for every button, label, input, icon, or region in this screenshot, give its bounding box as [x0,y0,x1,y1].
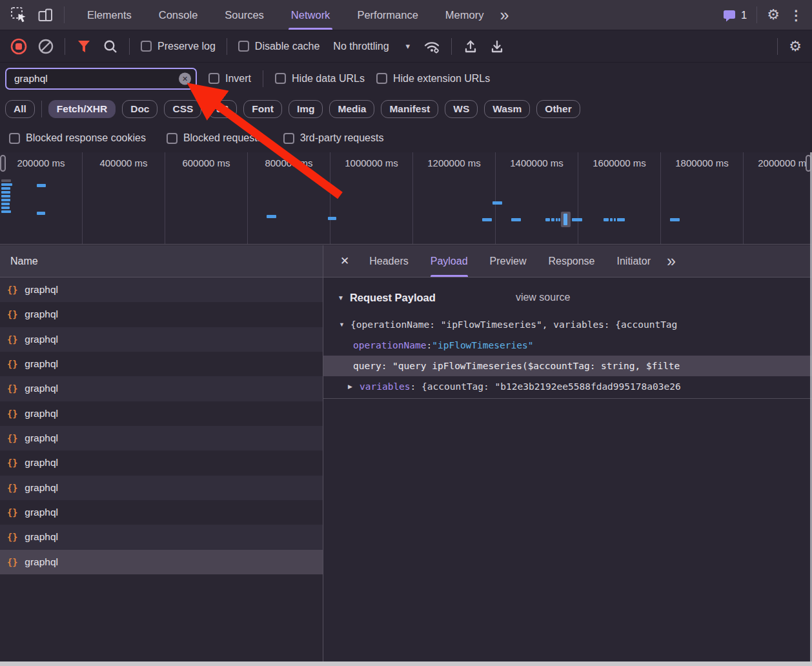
network-conditions-icon[interactable] [423,39,440,54]
request-row[interactable]: {}graphql [0,302,323,327]
pill-label: Img [297,103,315,114]
detail-tab-preview[interactable]: Preview [490,245,527,277]
pill-fetch-xhr[interactable]: Fetch/XHR [48,100,116,118]
throttling-select[interactable]: No throttling ▾ [330,41,412,52]
clear-network-log-icon[interactable] [38,39,54,54]
request-row[interactable]: {}graphql [0,500,323,525]
name-column-header[interactable]: Name [0,245,323,278]
pill-doc[interactable]: Doc [122,100,157,118]
invert-checkbox[interactable]: Invert [208,73,251,85]
detail-tab-headers[interactable]: Headers [369,245,408,277]
export-har-icon[interactable] [489,39,505,54]
waterfall-bar [1,203,10,205]
divider [451,38,452,55]
detail-tab-initiator[interactable]: Initiator [617,245,651,277]
payload-line[interactable]: operationName: "ipFlowTimeseries" [323,335,812,356]
pill-font[interactable]: Font [243,100,282,118]
hide-extension-urls-checkbox[interactable]: Hide extension URLs [376,73,490,85]
collapsed-triangle-icon[interactable]: ▶ [348,376,360,397]
request-name: graphql [25,556,58,568]
import-har-icon[interactable] [463,39,478,54]
request-row[interactable]: {}graphql [0,450,323,475]
detail-more-tabs-icon[interactable]: » [667,252,676,270]
request-payload-section[interactable]: ▼ Request Payload view source [323,287,812,308]
tab-label: Console [159,9,198,21]
tab-console[interactable]: Console [156,0,201,30]
preserve-log-checkbox[interactable]: Preserve log [141,41,216,52]
waterfall-bar [614,218,616,221]
payload-divider [323,398,812,399]
view-source-link[interactable]: view source [516,292,570,303]
record-network-log-icon[interactable] [10,38,27,55]
request-row[interactable]: {}graphql [0,401,323,426]
pill-css[interactable]: CSS [164,100,201,118]
payload-line[interactable]: query: "query ipFlowTimeseries($accountT… [323,356,812,376]
blocked-response-cookies-checkbox[interactable]: Blocked response cookies [9,132,146,144]
settings-gear-icon[interactable]: ⚙ [767,8,780,22]
request-row[interactable]: {}graphql [0,476,323,500]
payload-line[interactable]: ▼{operationName: "ipFlowTimeseries", var… [323,314,812,335]
waterfall-bar [1,179,11,182]
advanced-filters-row: Blocked response cookiesBlocked requests… [0,124,383,152]
blocked-requests-checkbox[interactable]: Blocked requests [167,132,263,144]
request-name: graphql [25,358,58,370]
checkbox [208,73,219,84]
filter-funnel-icon[interactable] [76,39,92,54]
inspect-element-icon[interactable] [10,6,27,23]
waterfall-bar [556,218,558,221]
tab-memory[interactable]: Memory [443,0,487,30]
pill-label: Doc [130,103,149,114]
detail-tab-payload[interactable]: Payload [431,245,468,277]
pill-label: All [14,103,26,114]
request-row[interactable]: {}graphql [0,327,323,352]
tab-sources[interactable]: Sources [222,0,267,30]
devtools-toolbar-icons [0,6,74,23]
pill-other[interactable]: Other [536,100,580,118]
pill-img[interactable]: Img [289,100,323,118]
issues-badge[interactable]: 1 [722,8,747,22]
detail-tab-label: Preview [490,256,527,267]
more-tabs-icon[interactable]: » [497,7,511,23]
3rd-party-requests-checkbox[interactable]: 3rd-party requests [283,132,384,144]
pill-all[interactable]: All [5,100,35,118]
payload-line[interactable]: ▶variables: {accountTag: "b12e3b2192ee55… [323,376,812,397]
device-toolbar-icon[interactable] [37,7,54,23]
divider [41,101,42,117]
request-row[interactable]: {}graphql [0,352,323,376]
detail-tab-response[interactable]: Response [548,245,594,277]
waterfall-bar [551,218,554,221]
pill-media[interactable]: Media [329,100,374,118]
request-row[interactable]: {}graphql [0,550,323,574]
network-settings-gear-icon[interactable]: ⚙ [789,39,802,54]
request-row[interactable]: {}graphql [0,278,323,302]
search-icon[interactable] [103,39,118,54]
filter-input[interactable] [13,72,176,85]
clear-filter-icon[interactable]: ✕ [179,72,191,85]
request-detail-panel: ✕ HeadersPayloadPreviewResponseInitiator… [323,245,812,666]
preserve-log-label: Preserve log [157,41,216,52]
waterfall-bar [511,218,521,221]
tab-network[interactable]: Network [289,0,333,30]
request-row[interactable]: {}graphql [0,525,323,549]
checkbox [376,73,387,84]
tab-elements[interactable]: Elements [85,0,134,30]
divider [64,6,65,23]
pill-ws[interactable]: WS [445,100,478,118]
request-row[interactable]: {}graphql [0,376,323,401]
network-overview-timeline[interactable]: 200000 ms400000 ms600000 ms800000 ms1000… [0,152,812,245]
expanded-triangle-icon[interactable]: ▼ [339,314,350,335]
waterfall-bar [617,218,625,221]
overflow-menu-icon[interactable]: ⋮ [789,8,803,22]
tab-performance[interactable]: Performance [354,0,420,30]
code-segment: : [427,335,432,356]
hide-data-urls-checkbox[interactable]: Hide data URLs [275,73,365,85]
json-braces-icon: {} [7,309,17,319]
close-detail-icon[interactable]: ✕ [331,254,358,268]
request-row[interactable]: {}graphql [0,426,323,450]
disable-cache-checkbox[interactable]: Disable cache [238,41,320,52]
pill-manifest[interactable]: Manifest [381,100,438,118]
pill-wasm[interactable]: Wasm [484,100,530,118]
detail-tabbar: ✕ HeadersPayloadPreviewResponseInitiator… [323,245,812,278]
pill-js[interactable]: JS [208,100,237,118]
overview-left-handle[interactable] [0,155,6,172]
